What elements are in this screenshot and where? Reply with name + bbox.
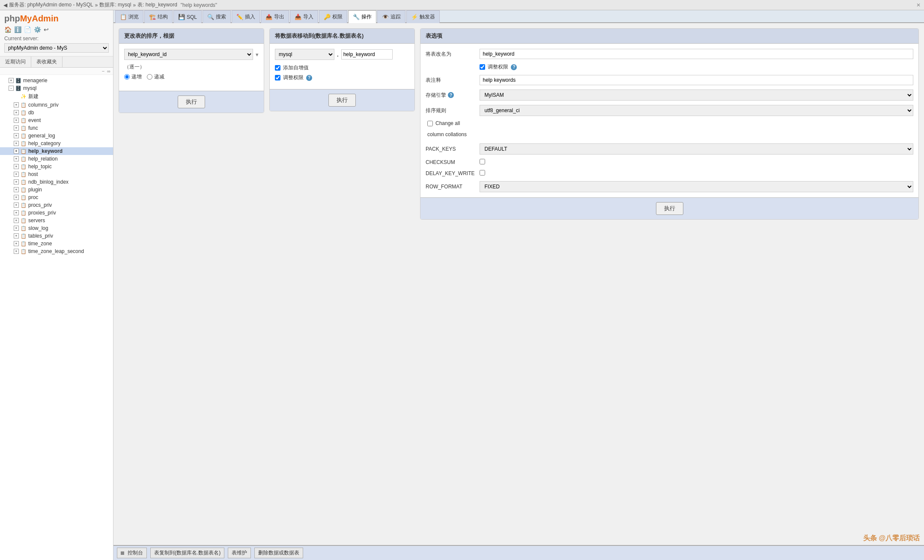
- move-table-input[interactable]: [341, 49, 393, 60]
- tree-item-procs_priv[interactable]: +📋procs_priv: [0, 201, 113, 209]
- tree-expander[interactable]: -: [9, 86, 14, 91]
- adjust-privileges-checkbox[interactable]: [480, 64, 485, 70]
- tree-expander[interactable]: +: [14, 156, 19, 161]
- collation-select[interactable]: utf8_general_ci utf8_unicode_ci latin1_s…: [480, 105, 913, 116]
- sort-asc-input[interactable]: [124, 74, 130, 80]
- storage-engine-select[interactable]: MyISAM InnoDB MEMORY CSV ARCHIVE: [480, 89, 913, 101]
- tree-expander[interactable]: +: [9, 78, 14, 83]
- sort-asc-radio[interactable]: 递增: [124, 73, 142, 80]
- toolbar-btn-导入[interactable]: 📥导入: [290, 10, 318, 23]
- tree-item-新建[interactable]: ✨新建: [0, 92, 113, 101]
- toolbar-btn-触发器[interactable]: ⚡触发器: [406, 10, 440, 23]
- tree-expander[interactable]: +: [14, 164, 19, 169]
- tree-item-func[interactable]: +📋func: [0, 124, 113, 132]
- window-close-icon[interactable]: ✕: [916, 2, 921, 8]
- tree-expander[interactable]: +: [14, 172, 19, 177]
- tree-item-help_keyword[interactable]: +📋help_keyword: [0, 147, 113, 155]
- tree-item-label: servers: [28, 217, 45, 223]
- row-format-select[interactable]: FIXED DYNAMIC COMPRESSED REDUNDANT COMPA…: [480, 181, 913, 192]
- tree-item-servers[interactable]: +📋servers: [0, 217, 113, 224]
- tree-expander[interactable]: +: [14, 241, 19, 246]
- toolbar-btn-结构[interactable]: 🏗️结构: [144, 10, 173, 23]
- sort-desc-radio[interactable]: 递减: [147, 73, 164, 80]
- tree-expander[interactable]: +: [14, 233, 19, 238]
- breadcrumb-sep2: »: [133, 2, 136, 8]
- tab-recent-visits[interactable]: 近期访问: [0, 57, 31, 67]
- exit-icon[interactable]: ↩: [44, 26, 49, 33]
- tree-expander[interactable]: +: [14, 149, 19, 154]
- move-adjust-privileges-checkbox[interactable]: [275, 75, 280, 80]
- console-button[interactable]: 控制台: [117, 548, 147, 558]
- copy-table-button[interactable]: 表复制到(数据库名.数据表名): [150, 548, 224, 558]
- tree-expander[interactable]: +: [14, 110, 19, 115]
- toolbar-btn-浏览[interactable]: 📋浏览: [115, 10, 143, 23]
- tree-expander[interactable]: +: [14, 195, 19, 200]
- tree-expander[interactable]: +: [14, 226, 19, 231]
- tree-expander[interactable]: +: [14, 133, 19, 138]
- tab-table-favorites[interactable]: 表收藏夹: [31, 57, 63, 67]
- sort-desc-input[interactable]: [147, 74, 152, 80]
- table-icon: 📋: [21, 202, 27, 208]
- move-db-select[interactable]: mysql information_schema menagerie: [275, 49, 334, 60]
- info-icon[interactable]: ℹ️: [14, 26, 21, 33]
- checksum-checkbox[interactable]: [480, 159, 485, 164]
- tree-item-host[interactable]: +📋host: [0, 170, 113, 178]
- toolbar-btn-搜索[interactable]: 🔍搜索: [203, 10, 231, 23]
- move-execute-button[interactable]: 执行: [328, 94, 356, 107]
- comment-input[interactable]: [480, 75, 913, 85]
- server-select[interactable]: phpMyAdmin demo - MyS: [4, 43, 109, 53]
- delete-button[interactable]: 删除数据或数据表: [254, 548, 303, 558]
- tree-expander[interactable]: +: [14, 141, 19, 146]
- tree-item-time_zone_leap_second[interactable]: +📋time_zone_leap_second: [0, 247, 113, 255]
- tree-expander[interactable]: +: [14, 102, 19, 107]
- tree-expander[interactable]: +: [14, 210, 19, 215]
- scroll-minus-icon[interactable]: −: [102, 69, 104, 74]
- tree-item-proc[interactable]: +📋proc: [0, 194, 113, 201]
- sort-column-select[interactable]: help_keyword_id name: [124, 49, 253, 60]
- sort-execute-button[interactable]: 执行: [178, 95, 205, 108]
- tree-expander[interactable]: +: [14, 125, 19, 131]
- options-execute-button[interactable]: 执行: [656, 202, 683, 215]
- settings-icon[interactable]: ⚙️: [34, 26, 41, 33]
- home-icon[interactable]: 🏠: [4, 26, 12, 33]
- move-auto-increment-checkbox[interactable]: [275, 65, 280, 71]
- toolbar-btn-追踪[interactable]: 👁️追踪: [377, 10, 405, 23]
- toolbar-btn-插入[interactable]: ✏️插入: [232, 10, 260, 23]
- toolbar-btn-导出[interactable]: 📤导出: [261, 10, 289, 23]
- maintenance-button[interactable]: 表维护: [228, 548, 251, 558]
- pack-keys-select[interactable]: DEFAULT 0 1: [480, 143, 913, 155]
- scroll-link-icon[interactable]: ∞: [107, 69, 110, 74]
- tree-item-db[interactable]: +📋db: [0, 109, 113, 116]
- tree-expander[interactable]: +: [14, 218, 19, 223]
- tree-item-plugin[interactable]: +📋plugin: [0, 186, 113, 194]
- tree-item-proxies_priv[interactable]: +📋proxies_priv: [0, 209, 113, 217]
- tree-item-event[interactable]: +📋event: [0, 116, 113, 124]
- delay-key-write-checkbox[interactable]: [480, 170, 485, 176]
- tree-item-columns_priv[interactable]: +📋columns_priv: [0, 101, 113, 109]
- toolbar-btn-SQL[interactable]: 💾SQL: [173, 10, 202, 23]
- toolbar-btn-操作[interactable]: 🔧操作: [348, 10, 376, 23]
- breadcrumb-quote-title: "help keywords": [181, 2, 217, 8]
- tree-item-help_topic[interactable]: +📋help_topic: [0, 163, 113, 170]
- change-collations-checkbox[interactable]: [427, 121, 433, 126]
- breadcrumb-db: 数据库: mysql: [99, 1, 131, 9]
- tree-item-menagerie[interactable]: +🗄️menagerie: [0, 77, 113, 84]
- tree-item-mysql[interactable]: -🗄️mysql: [0, 84, 113, 92]
- tree-item-general_log[interactable]: +📋general_log: [0, 132, 113, 140]
- tree-expander[interactable]: +: [14, 187, 19, 192]
- table-icon: 📋: [21, 156, 27, 162]
- tree-item-label: mysql: [23, 85, 36, 91]
- tree-item-ndb_binlog_index[interactable]: +📋ndb_binlog_index: [0, 178, 113, 186]
- tree-expander[interactable]: +: [14, 203, 19, 208]
- doc-icon[interactable]: 📄: [24, 26, 31, 33]
- tree-item-time_zone[interactable]: +📋time_zone: [0, 240, 113, 247]
- tree-item-slow_log[interactable]: +📋slow_log: [0, 224, 113, 232]
- toolbar-btn-权限[interactable]: 🔑权限: [319, 10, 347, 23]
- tree-expander[interactable]: +: [14, 179, 19, 185]
- tree-item-help_relation[interactable]: +📋help_relation: [0, 155, 113, 163]
- tree-expander[interactable]: +: [14, 118, 19, 123]
- tree-item-tables_priv[interactable]: +📋tables_priv: [0, 232, 113, 240]
- tree-expander[interactable]: +: [14, 249, 19, 254]
- rename-input[interactable]: [480, 49, 913, 59]
- tree-item-help_category[interactable]: +📋help_category: [0, 140, 113, 147]
